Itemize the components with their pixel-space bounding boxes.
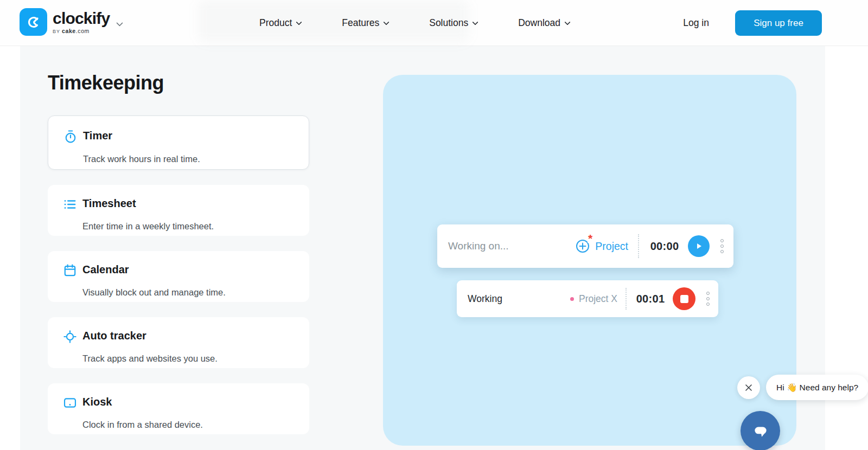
nav-item-download[interactable]: Download [518, 17, 570, 29]
timesheet-icon [63, 197, 77, 211]
nav-item-features[interactable]: Features [342, 17, 388, 29]
timer-bar-running: Working Project X 00:01 [457, 280, 718, 317]
clockify-logo[interactable]: clockify BYcake.com [20, 8, 122, 36]
timer-options-kebab-menu[interactable] [718, 237, 726, 255]
feature-card-kiosk[interactable]: Kiosk Clock in from a shared device. [48, 383, 309, 434]
stop-icon [680, 295, 688, 303]
feature-description: Track work hours in real time. [83, 154, 296, 170]
timer-options-kebab-menu[interactable] [704, 290, 712, 308]
feature-title: Timer [83, 129, 296, 149]
feature-description: Track apps and websites you use. [82, 353, 296, 369]
start-timer-button[interactable] [688, 235, 710, 257]
brand-name: clockify [53, 10, 110, 27]
project-picker-label: Project [595, 240, 628, 253]
feature-title: Timesheet [82, 197, 296, 216]
main-navigation: Product Features Solutions Download [259, 0, 570, 46]
running-timer-display: 00:01 [635, 293, 666, 305]
log-in-link[interactable]: Log in [683, 17, 709, 29]
chevron-down-icon [296, 19, 302, 25]
brand-byline: BYcake.com [53, 28, 110, 34]
chat-greeting-text: Hi 👋 Need any help? [776, 383, 858, 393]
timer-icon [63, 130, 78, 144]
clockify-landing-page: clockify BYcake.com Product Features Sol… [0, 0, 868, 450]
chat-launcher-button[interactable] [741, 411, 780, 450]
add-project-icon: * [575, 238, 591, 254]
feature-title: Auto tracker [82, 329, 296, 349]
feature-title: Kiosk [82, 395, 296, 415]
clockify-logo-icon [20, 8, 47, 36]
calendar-icon [63, 263, 77, 278]
feature-card-timer[interactable]: Timer Track work hours in real time. [48, 115, 309, 170]
dotted-divider [638, 234, 639, 258]
time-entry-description-input[interactable]: Working on... [448, 240, 575, 252]
chat-bubble-icon [751, 422, 770, 440]
auto-tracker-icon [63, 330, 77, 344]
feature-card-calendar[interactable]: Calendar Visually block out and manage t… [48, 251, 309, 302]
auth-actions: Log in Sign up free [683, 0, 822, 46]
top-navigation-bar: clockify BYcake.com Product Features Sol… [0, 0, 868, 46]
project-picker[interactable]: * Project [575, 238, 628, 254]
feature-description: Enter time in a weekly timesheet. [82, 221, 296, 236]
feature-card-timesheet[interactable]: Timesheet Enter time in a weekly timeshe… [48, 185, 309, 236]
chevron-down-icon [564, 19, 570, 25]
stop-timer-button[interactable] [673, 287, 695, 310]
chat-dismiss-button[interactable] [737, 376, 760, 399]
timer-bar-idle: Working on... * Project 00:00 [437, 224, 733, 268]
close-icon [744, 383, 753, 392]
timer-display: 00:00 [649, 240, 680, 253]
feature-description: Visually block out and manage time. [82, 287, 296, 303]
play-icon [695, 242, 703, 250]
chat-greeting-bubble[interactable]: Hi 👋 Need any help? [766, 375, 868, 400]
sign-up-free-button[interactable]: Sign up free [735, 10, 822, 36]
project-color-dot [570, 297, 574, 301]
nav-item-solutions[interactable]: Solutions [429, 17, 477, 29]
logo-wordmark: clockify BYcake.com [53, 10, 110, 34]
running-entry-description[interactable]: Working [468, 293, 570, 305]
nav-item-product[interactable]: Product [259, 17, 301, 29]
feature-card-list: Timer Track work hours in real time. Tim… [48, 115, 309, 449]
feature-card-auto-tracker[interactable]: Auto tracker Track apps and websites you… [48, 317, 309, 368]
chevron-down-icon [384, 19, 390, 25]
feature-description: Clock in from a shared device. [82, 420, 296, 435]
required-asterisk: * [588, 234, 593, 243]
logo-chevron-down-icon[interactable] [116, 20, 123, 27]
running-entry-project[interactable]: Project X [570, 293, 617, 305]
page-title: Timekeeping [48, 72, 164, 94]
project-name-label: Project X [579, 293, 617, 305]
chevron-down-icon [473, 19, 478, 25]
dotted-divider [626, 288, 627, 310]
kiosk-icon [63, 396, 77, 410]
feature-title: Calendar [82, 263, 296, 282]
